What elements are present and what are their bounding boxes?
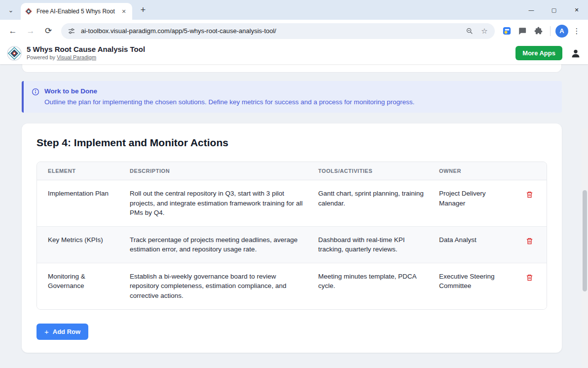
site-settings-icon[interactable] bbox=[66, 26, 77, 37]
column-header-element: ELEMENT bbox=[37, 162, 124, 180]
visual-paradigm-logo bbox=[7, 46, 22, 61]
table-row: Key Metrics (KPIs) Track percentage of p… bbox=[37, 226, 547, 263]
actions-table: ELEMENT DESCRIPTION TOOLS/ACTIVITIES OWN… bbox=[37, 162, 547, 310]
toolbar-divider bbox=[550, 26, 551, 36]
row-owner-cell: Project Delivery Manager bbox=[433, 180, 512, 226]
forward-button[interactable]: → bbox=[23, 23, 38, 39]
more-apps-button[interactable]: More Apps bbox=[515, 46, 562, 60]
new-tab-button[interactable]: + bbox=[136, 3, 150, 17]
page-title: 5 Whys Root Cause Analysis Tool bbox=[27, 45, 145, 54]
column-header-owner: OWNER bbox=[433, 162, 512, 180]
row-description-cell: Establish a bi-weekly governance board t… bbox=[124, 263, 312, 309]
previous-card-bottom bbox=[22, 64, 562, 73]
powered-by-text: Powered by bbox=[27, 54, 55, 60]
row-owner-cell: Data Analyst bbox=[433, 227, 512, 263]
url-bar[interactable]: ai-toolbox.visual-paradigm.com/app/5-why… bbox=[61, 23, 495, 39]
browser-tab[interactable]: Free AI-Enabled 5 Whys Root C ✕ bbox=[21, 3, 132, 20]
row-tools-cell: Meeting minutes template, PDCA cycle. bbox=[312, 263, 433, 309]
table-row: Implementation Plan Roll out the central… bbox=[37, 180, 547, 226]
step4-card: Step 4: Implement and Monitor Actions EL… bbox=[22, 123, 562, 353]
url-text[interactable]: ai-toolbox.visual-paradigm.com/app/5-why… bbox=[81, 27, 460, 35]
row-element-cell: Key Metrics (KPIs) bbox=[37, 227, 124, 263]
extension-shortcut-icon[interactable] bbox=[500, 24, 514, 38]
step4-title: Step 4: Implement and Monitor Actions bbox=[37, 137, 547, 149]
add-row-button[interactable]: + Add Row bbox=[37, 324, 88, 340]
delete-row-button[interactable] bbox=[524, 272, 535, 285]
back-button[interactable]: ← bbox=[5, 23, 21, 39]
site-favicon-icon bbox=[25, 7, 33, 15]
page-scrollbar bbox=[582, 128, 588, 368]
zoom-icon[interactable] bbox=[464, 26, 475, 37]
plus-icon: + bbox=[44, 328, 49, 335]
table-row: Monitoring & Governance Establish a bi-w… bbox=[37, 263, 547, 309]
page-content: Work to be Done Outline the plan for imp… bbox=[0, 64, 588, 368]
table-body: Implementation Plan Roll out the central… bbox=[37, 180, 547, 309]
user-account-icon[interactable] bbox=[570, 48, 581, 59]
browser-menu-icon[interactable]: ⋮ bbox=[570, 24, 583, 38]
banner-description: Outline the plan for implementing the ch… bbox=[44, 98, 414, 106]
delete-row-button[interactable] bbox=[524, 189, 535, 202]
row-owner-cell: Executive Steering Committee bbox=[433, 263, 512, 309]
minimize-button[interactable]: — bbox=[520, 0, 543, 20]
maximize-button[interactable]: ▢ bbox=[543, 0, 565, 20]
extensions-puzzle-icon[interactable] bbox=[531, 24, 545, 38]
info-icon bbox=[32, 88, 39, 106]
column-header-description: DESCRIPTION bbox=[124, 162, 312, 180]
scrollbar-thumb[interactable] bbox=[583, 190, 587, 291]
browser-tab-strip: ⌄ Free AI-Enabled 5 Whys Root C ✕ + — ▢ … bbox=[0, 0, 588, 20]
row-tools-cell: Gantt chart, sprint planning, training c… bbox=[312, 180, 433, 226]
app-title-block: 5 Whys Root Cause Analysis Tool Powered … bbox=[27, 45, 145, 61]
add-row-label: Add Row bbox=[53, 328, 80, 335]
window-controls: — ▢ ✕ bbox=[520, 0, 588, 20]
browser-toolbar: ← → ⟳ ai-toolbox.visual-paradigm.com/app… bbox=[0, 20, 588, 42]
delete-row-button[interactable] bbox=[524, 236, 535, 248]
row-description-cell: Roll out the central repository in Q3, s… bbox=[124, 180, 312, 226]
window-close-button[interactable]: ✕ bbox=[565, 0, 588, 20]
powered-by: Powered by Visual Paradigm bbox=[27, 54, 145, 61]
work-to-be-done-banner: Work to be Done Outline the plan for imp… bbox=[22, 81, 562, 113]
row-element-cell: Monitoring & Governance bbox=[37, 263, 124, 309]
row-description-cell: Track percentage of projects meeting dea… bbox=[124, 227, 312, 263]
row-element-cell: Implementation Plan bbox=[37, 180, 124, 226]
profile-avatar[interactable]: A bbox=[555, 25, 568, 38]
column-header-actions bbox=[512, 162, 547, 180]
bookmark-star-icon[interactable]: ☆ bbox=[479, 26, 490, 37]
banner-title: Work to be Done bbox=[44, 87, 414, 95]
tab-title: Free AI-Enabled 5 Whys Root C bbox=[37, 8, 115, 15]
app-header: 5 Whys Root Cause Analysis Tool Powered … bbox=[0, 42, 588, 64]
row-tools-cell: Dashboard with real-time KPI tracking, q… bbox=[312, 227, 433, 263]
chat-icon[interactable] bbox=[515, 24, 529, 38]
reload-button[interactable]: ⟳ bbox=[40, 23, 56, 39]
visual-paradigm-link[interactable]: Visual Paradigm bbox=[57, 54, 96, 60]
table-header-row: ELEMENT DESCRIPTION TOOLS/ACTIVITIES OWN… bbox=[37, 162, 547, 180]
tab-close-button[interactable]: ✕ bbox=[119, 7, 128, 16]
column-header-tools: TOOLS/ACTIVITIES bbox=[312, 162, 433, 180]
tab-search-button[interactable]: ⌄ bbox=[4, 3, 18, 17]
